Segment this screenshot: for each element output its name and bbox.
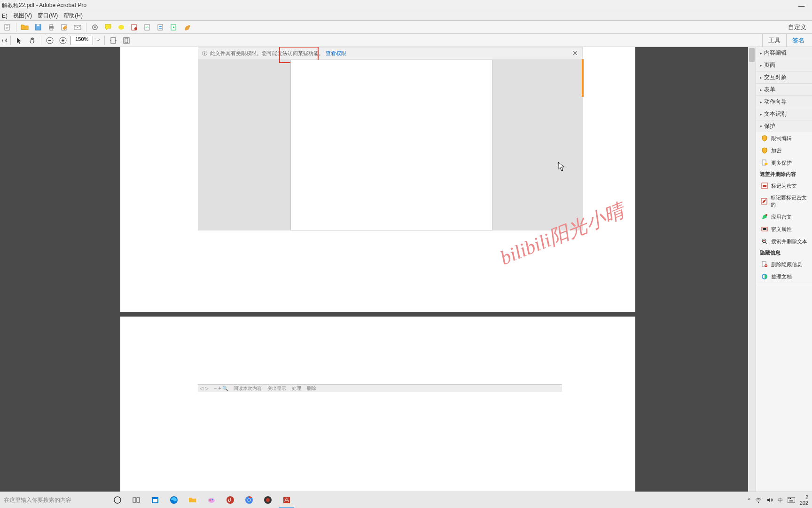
document-viewport[interactable]: ⓘ 此文件具有受限权限。您可能无法访问某些功能。 查看权限 ✕ bilibili…	[0, 47, 756, 492]
acrobat-taskbar-icon[interactable]	[277, 492, 296, 508]
svg-rect-2	[37, 24, 39, 26]
view-permissions-link[interactable]: 查看权限	[326, 50, 346, 57]
svg-rect-20	[111, 38, 116, 43]
paint-icon[interactable]	[202, 492, 221, 508]
netease-music-icon[interactable]	[221, 492, 240, 508]
mini-read[interactable]: 阅读本次内容	[234, 385, 262, 392]
zoom-dropdown[interactable]	[95, 35, 102, 46]
edge-icon[interactable]	[164, 492, 183, 508]
calendar-icon[interactable]	[146, 492, 164, 508]
sign-button[interactable]	[142, 22, 153, 33]
cortana-icon[interactable]	[108, 492, 127, 508]
svg-rect-30	[763, 228, 766, 230]
page-total: / 4	[2, 38, 8, 43]
mini-zoom[interactable]: − + 🔍	[214, 386, 228, 391]
fit-page-button[interactable]	[121, 35, 132, 46]
ime-indicator[interactable]: 中	[778, 497, 783, 504]
svg-rect-39	[153, 499, 157, 502]
svg-point-51	[758, 502, 759, 503]
menu-view[interactable]: 视图(V)	[13, 12, 32, 20]
scrollbar-thumb[interactable]	[749, 48, 755, 62]
notification-close[interactable]: ✕	[572, 49, 578, 57]
wifi-icon[interactable]	[755, 497, 762, 503]
tab-tools[interactable]: 工具	[762, 33, 786, 48]
taskbar-search[interactable]: 在这里输入你要搜索的内容	[0, 492, 108, 508]
section-content-edit[interactable]: ▸内容编辑	[756, 47, 812, 59]
stamp-button[interactable]	[129, 22, 140, 33]
fit-width-button[interactable]	[108, 35, 119, 46]
highlight-button[interactable]	[116, 22, 127, 33]
tray-chevron[interactable]: ^	[748, 497, 750, 503]
selection-tool[interactable]	[14, 35, 25, 46]
mini-other2[interactable]: 删除	[307, 385, 316, 392]
redact-pen-icon	[761, 198, 768, 205]
section-action-wizard[interactable]: ▸动作向导	[756, 96, 812, 108]
menu-help[interactable]: 帮助(H)	[63, 12, 83, 20]
edit-button[interactable]	[59, 22, 70, 33]
mini-highlight[interactable]: 突出显示	[267, 385, 286, 392]
svg-point-28	[765, 214, 767, 216]
redaction-props-item[interactable]: 密文属性	[756, 223, 812, 235]
gear-button[interactable]	[89, 22, 101, 33]
mini-page-nav[interactable]: ◁ ▷	[200, 386, 209, 391]
title-bar: 解教程22.pdf - Adobe Acrobat Pro —	[0, 0, 812, 11]
zoom-select[interactable]: 150%	[70, 36, 93, 45]
tray-date[interactable]: 202	[800, 500, 808, 506]
section-interactive[interactable]: ▸交互对象	[756, 71, 812, 83]
save-button[interactable]	[32, 22, 44, 33]
form-button[interactable]	[155, 22, 166, 33]
minimize-button[interactable]: —	[791, 0, 812, 11]
file-explorer-icon[interactable]	[183, 492, 202, 508]
menu-window[interactable]: 窗口(W)	[38, 12, 58, 20]
open-button[interactable]	[19, 22, 31, 33]
sanitize-item[interactable]: 整理文档	[756, 270, 812, 283]
mini-toolbar: ◁ ▷ − + 🔍 阅读本次内容 突出显示 处理 删除	[198, 384, 562, 392]
svg-point-43	[212, 499, 213, 500]
volume-icon[interactable]	[766, 497, 773, 503]
mark-redaction-item[interactable]: 标记为密文	[756, 180, 812, 192]
vertical-scrollbar[interactable]	[748, 47, 756, 492]
keyboard-icon[interactable]	[788, 497, 795, 503]
hand-tool[interactable]	[27, 35, 38, 46]
section-forms[interactable]: ▸表单	[756, 84, 812, 95]
menu-bar: E) 视图(V) 窗口(W) 帮助(H)	[0, 11, 812, 21]
tray-time[interactable]: 2	[800, 494, 808, 500]
redact-mark-icon	[761, 182, 768, 190]
tab-sign[interactable]: 签名	[786, 33, 810, 48]
zoom-out-button[interactable]	[44, 35, 55, 46]
section-text-recognition[interactable]: ▸文本识别	[756, 108, 812, 120]
system-tray: ^ 中 2 202	[748, 494, 812, 506]
remove-hidden-item[interactable]: 删除隐藏信息	[756, 258, 812, 270]
record-icon[interactable]	[258, 492, 277, 508]
restrict-editing-item[interactable]: 限制编辑	[756, 132, 812, 144]
comment-button[interactable]	[102, 22, 114, 33]
print-button[interactable]	[46, 22, 57, 33]
sanitize-icon	[761, 273, 768, 280]
encrypt-item[interactable]: 加密	[756, 144, 812, 157]
svg-rect-4	[50, 24, 53, 26]
customize-label[interactable]: 自定义	[788, 23, 810, 32]
chrome-icon[interactable]	[240, 492, 258, 508]
second-toolbar: / 4 150% 工具 签名	[0, 34, 812, 47]
svg-rect-15	[159, 26, 162, 27]
pdf-page-2	[120, 317, 635, 492]
apply-redaction-item[interactable]: 应用密文	[756, 211, 812, 223]
svg-rect-36	[133, 498, 136, 502]
svg-rect-24	[765, 163, 767, 165]
section-protect[interactable]: ▸保护	[756, 120, 812, 132]
remove-hidden-icon	[761, 261, 768, 268]
zoom-in-button[interactable]	[57, 35, 69, 46]
mark-for-redaction-item[interactable]: 标记要标记密文的	[756, 192, 812, 211]
email-button[interactable]	[72, 22, 83, 33]
mini-other1[interactable]: 处理	[292, 385, 301, 392]
right-tabs: 工具 签名	[762, 33, 810, 48]
multimedia-button[interactable]	[168, 22, 180, 33]
task-view-icon[interactable]	[127, 492, 146, 508]
section-pages[interactable]: ▸页面	[756, 59, 812, 71]
more-protect-item[interactable]: 更多保护	[756, 157, 812, 169]
search-remove-item[interactable]: 搜索并删除文本	[756, 235, 812, 247]
svg-rect-5	[50, 28, 53, 30]
create-pdf-button[interactable]	[2, 22, 13, 33]
menu-edit[interactable]: E)	[2, 13, 8, 19]
edit-text-button[interactable]	[181, 22, 193, 33]
